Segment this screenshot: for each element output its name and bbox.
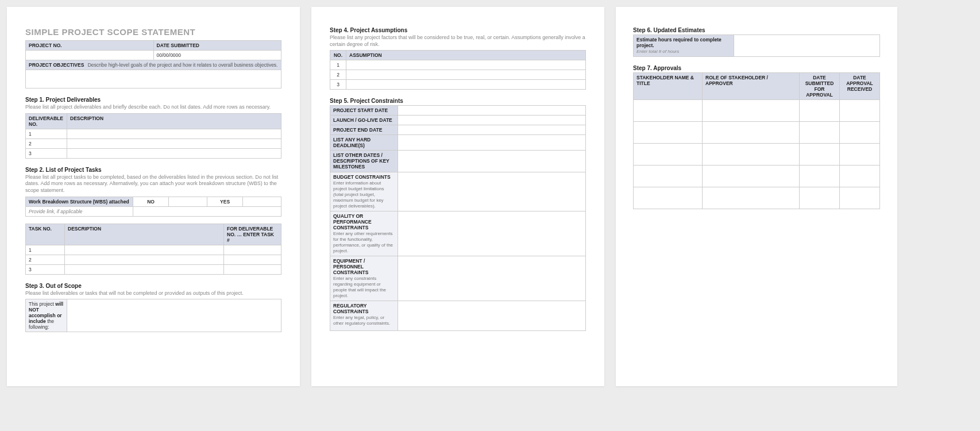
step2-desc: Please list all project tasks to be comp…	[25, 174, 281, 194]
out-of-scope-value[interactable]	[67, 299, 281, 332]
wbs-yes-label: YES	[207, 197, 242, 206]
assump-row[interactable]: 1	[330, 60, 346, 70]
c-equip: EQUIPMENT / PERSONNEL CONSTRAINTS Enter …	[330, 256, 398, 301]
c-start: PROJECT START DATE	[330, 106, 398, 116]
objectives-header: PROJECT OBJECTIVES Describe high-level g…	[26, 60, 281, 70]
c-end: PROJECT END DATE	[330, 125, 398, 135]
assumptions-table: NO. ASSUMPTION 1 2 3	[330, 50, 586, 90]
c-quality: QUALITY OR PERFORMANCE CONSTRAINTS Enter…	[330, 211, 398, 256]
approval-row[interactable]	[634, 166, 703, 187]
step4-desc: Please list any project factors that wil…	[330, 34, 586, 48]
appr-role-header: ROLE OF STAKEHOLDER / APPROVER	[703, 73, 800, 100]
wbs-attached-table: Work Breakdown Structure (WBS) attached …	[25, 197, 281, 217]
appr-sub-header: DATE SUBMITTED FOR APPROVAL	[800, 73, 840, 100]
approval-row[interactable]	[634, 144, 703, 166]
c-reg: REGULATORY CONSTRAINTS Enter any legal, …	[330, 301, 398, 331]
assump-header: ASSUMPTION	[346, 51, 586, 60]
wbs-yes-value[interactable]	[243, 197, 281, 206]
step3-desc: Please list deliverables or tasks that w…	[25, 290, 281, 297]
deliverable-row[interactable]: 2	[26, 138, 67, 148]
step1-heading: Step 1. Project Deliverables	[25, 97, 281, 103]
approval-row[interactable]	[634, 122, 703, 144]
task-row[interactable]: 1	[26, 245, 65, 255]
wbs-link-value[interactable]	[133, 206, 281, 216]
estimate-label: Estimate hours required to complete proj…	[634, 35, 734, 57]
out-of-scope-table: This project will NOT accomplish or incl…	[25, 299, 281, 332]
task-row[interactable]: 3	[26, 264, 65, 274]
deliverable-desc-header: DESCRIPTION	[67, 113, 281, 129]
wbs-no-label: NO	[133, 197, 168, 206]
assump-no-header: NO.	[330, 51, 346, 60]
step2-heading: Step 2. List of Project Tasks	[25, 167, 281, 173]
c-budget: BUDGET CONSTRAINTS Enter information abo…	[330, 172, 398, 211]
c-deadlines: LIST ANY HARD DEADLINE(S)	[330, 135, 398, 151]
out-of-scope-side: This project will NOT accomplish or incl…	[26, 299, 67, 332]
deliverable-row[interactable]: 1	[26, 129, 67, 138]
constraints-table: PROJECT START DATE LAUNCH / GO-LIVE DATE…	[330, 105, 586, 331]
page-3: Step 6. Updated Estimates Estimate hours…	[616, 7, 897, 386]
wbs-link-label: Provide link, if applicable	[26, 206, 133, 216]
project-no-header: PROJECT NO.	[26, 41, 154, 51]
objectives-value[interactable]	[26, 70, 281, 88]
appr-rec-header: DATE APPROVAL RECEIVED	[840, 73, 880, 100]
task-no-header: TASK NO.	[26, 224, 65, 245]
c-launch: LAUNCH / GO-LIVE DATE	[330, 116, 398, 125]
assump-row[interactable]: 2	[330, 70, 346, 80]
appr-name-header: STAKEHOLDER NAME & TITLE	[634, 73, 703, 100]
assump-row[interactable]: 3	[330, 80, 346, 90]
document-title: SIMPLE PROJECT SCOPE STATEMENT	[25, 27, 281, 37]
date-submitted-header: DATE SUBMITTED	[153, 41, 281, 51]
step1-desc: Please list all project deliverables and…	[25, 104, 281, 111]
deliverable-no-header: DELIVERABLE NO.	[26, 113, 67, 129]
step7-heading: Step 7. Approvals	[633, 65, 880, 71]
c-milestones: LIST OTHER DATES / DESCRIPTIONS OF KEY M…	[330, 151, 398, 172]
deliverable-row[interactable]: 3	[26, 148, 67, 158]
deliverables-table: DELIVERABLE NO. DESCRIPTION 1 2 3	[25, 113, 281, 159]
step4-heading: Step 4. Project Assumptions	[330, 27, 586, 33]
wbs-no-value[interactable]	[169, 197, 207, 206]
step3-heading: Step 3. Out of Scope	[25, 283, 281, 289]
project-no-value[interactable]	[26, 51, 154, 60]
page-2: Step 4. Project Assumptions Please list …	[311, 7, 604, 386]
approval-row[interactable]	[634, 187, 703, 209]
wbs-label: Work Breakdown Structure (WBS) attached	[26, 197, 133, 206]
approval-row[interactable]	[634, 100, 703, 122]
estimate-value[interactable]	[734, 35, 880, 57]
approvals-table: STAKEHOLDER NAME & TITLE ROLE OF STAKEHO…	[633, 72, 880, 209]
task-row[interactable]: 2	[26, 255, 65, 264]
tasks-table: TASK NO. DESCRIPTION FOR DELIVERABLE NO.…	[25, 224, 281, 275]
estimates-table: Estimate hours required to complete proj…	[633, 34, 880, 57]
task-for-header: FOR DELIVERABLE NO. … ENTER TASK #	[224, 224, 281, 245]
header-table: PROJECT NO. DATE SUBMITTED 00/00/0000 PR…	[25, 40, 281, 88]
page-1: SIMPLE PROJECT SCOPE STATEMENT PROJECT N…	[7, 7, 300, 386]
step6-heading: Step 6. Updated Estimates	[633, 27, 880, 33]
step5-heading: Step 5. Project Constraints	[330, 98, 586, 104]
date-submitted-value[interactable]: 00/00/0000	[153, 51, 281, 60]
task-desc-header: DESCRIPTION	[65, 224, 224, 245]
